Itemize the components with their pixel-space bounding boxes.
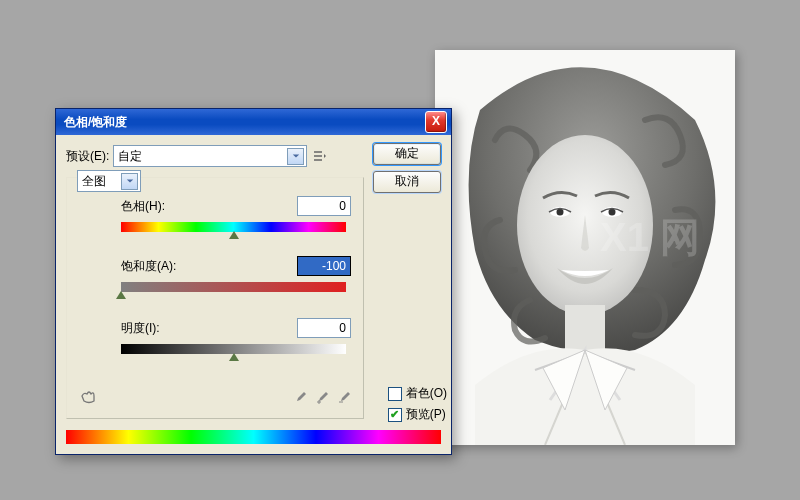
svg-point-5 xyxy=(609,209,616,216)
preset-value: 自定 xyxy=(118,148,287,165)
hue-spectrum-bar xyxy=(66,430,441,444)
titlebar[interactable]: 色相/饱和度 X xyxy=(56,109,451,135)
hue-slider-row: 色相(H): 0 xyxy=(121,196,351,232)
chevron-down-icon xyxy=(121,173,138,190)
checkbox-box xyxy=(388,387,402,401)
colorize-checkbox-row[interactable]: 着色(O) xyxy=(388,385,447,402)
chevron-down-icon xyxy=(287,148,304,165)
colorize-label: 着色(O) xyxy=(406,385,447,402)
preview-label: 预览(P) xyxy=(406,406,446,423)
hue-input[interactable]: 0 xyxy=(297,196,351,216)
lightness-label: 明度(I): xyxy=(121,320,160,337)
document-image xyxy=(435,50,735,445)
preset-menu-icon[interactable] xyxy=(311,148,327,164)
eyedropper-subtract-icon[interactable] xyxy=(337,391,351,408)
saturation-slider-row: 饱和度(A): -100 xyxy=(121,256,351,292)
preset-combobox[interactable]: 自定 xyxy=(113,145,307,167)
lightness-input[interactable]: 0 xyxy=(297,318,351,338)
ok-button[interactable]: 确定 xyxy=(373,143,441,165)
svg-rect-6 xyxy=(565,305,605,350)
preset-label: 预设(E): xyxy=(66,148,109,165)
saturation-input[interactable]: -100 xyxy=(297,256,351,276)
lightness-slider-row: 明度(I): 0 xyxy=(121,318,351,354)
dialog-title: 色相/饱和度 xyxy=(64,114,127,131)
eyedropper-icon[interactable] xyxy=(293,391,307,408)
slider-handle[interactable] xyxy=(116,291,126,299)
close-button[interactable]: X xyxy=(425,111,447,133)
checkbox-box: ✔ xyxy=(388,408,402,422)
slider-handle[interactable] xyxy=(229,231,239,239)
saturation-slider[interactable] xyxy=(121,282,346,292)
hue-label: 色相(H): xyxy=(121,198,165,215)
lightness-slider[interactable] xyxy=(121,344,346,354)
scope-value: 全图 xyxy=(82,173,121,190)
eyedropper-group xyxy=(293,391,351,408)
preview-checkbox-row[interactable]: ✔ 预览(P) xyxy=(388,406,447,423)
scope-combobox[interactable]: 全图 xyxy=(77,170,141,192)
slider-group: 全图 色相(H): 0 xyxy=(66,177,364,419)
eyedropper-add-icon[interactable] xyxy=(315,391,329,408)
svg-point-4 xyxy=(557,209,564,216)
scrubby-icon[interactable] xyxy=(79,388,99,408)
saturation-label: 饱和度(A): xyxy=(121,258,176,275)
hue-saturation-dialog: 色相/饱和度 X 预设(E): 自定 确定 取消 全图 xyxy=(55,108,452,455)
hue-slider[interactable] xyxy=(121,222,346,232)
slider-handle[interactable] xyxy=(229,353,239,361)
cancel-button[interactable]: 取消 xyxy=(373,171,441,193)
